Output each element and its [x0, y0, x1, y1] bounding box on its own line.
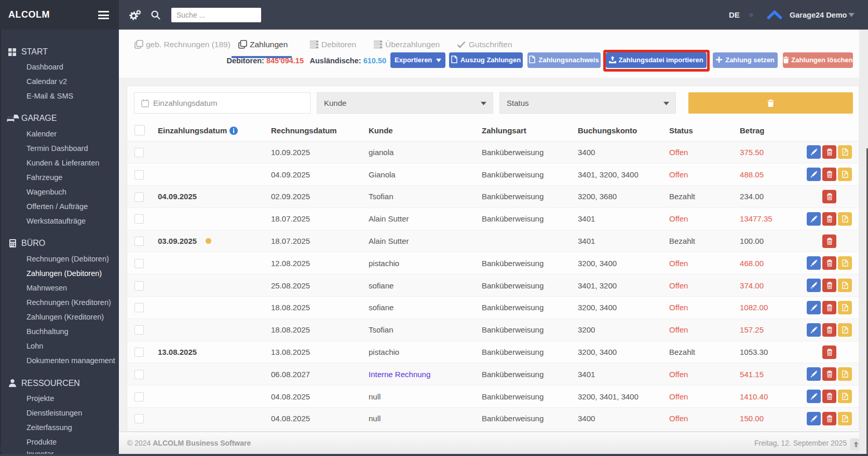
svg-text:P: P — [844, 418, 846, 421]
svg-text:P: P — [844, 262, 846, 266]
svg-text:P: P — [844, 151, 846, 155]
svg-text:P: P — [844, 173, 846, 177]
svg-text:P: P — [844, 307, 846, 310]
svg-text:P: P — [844, 395, 846, 399]
svg-text:P: P — [844, 373, 846, 377]
svg-text:P: P — [844, 284, 846, 288]
svg-text:P: P — [844, 218, 846, 222]
svg-text:P: P — [844, 329, 846, 333]
